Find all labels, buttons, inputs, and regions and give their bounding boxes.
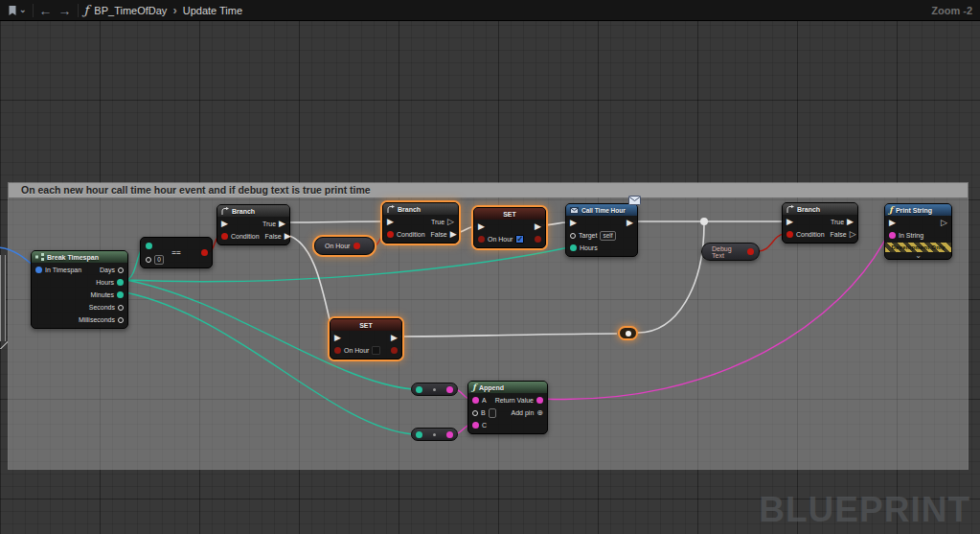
bool-checkbox-checked[interactable]: ✓ [515,235,524,244]
pin-debug-text-out[interactable] [747,248,754,255]
pin-label: Milliseconds [79,316,115,323]
exec-in-pin[interactable]: ▶ [478,223,485,230]
node-branch-3[interactable]: Branch ▶ True ▶ Condition False ▷ [782,202,858,244]
pin-out-hours[interactable] [117,279,124,286]
exec-out-pin[interactable]: ▶ [627,220,633,226]
node-call-time-hour[interactable]: Call Time Hour ▶ ▶ Target self Hours [565,203,638,257]
event-dispatcher-corner-icon [628,196,641,206]
check-icon: ✓ [517,236,524,244]
variable-label: Debug Text [712,245,743,259]
pin-convert-in[interactable] [416,386,422,393]
node-int-to-string-1[interactable] [411,383,458,396]
node-header: ƒ Print String [885,204,951,216]
node-append[interactable]: ƒ Append A Return Value B Add pin ⊕ C [467,381,548,434]
exec-in-pin[interactable]: ▶ [334,335,341,341]
pin-hours[interactable] [570,244,577,251]
exec-out-pin[interactable]: ▶ [535,223,541,230]
pin-b[interactable] [472,410,478,416]
comment-title[interactable]: On each new hour call time hour event an… [9,183,968,197]
node-title: Print String [896,207,932,214]
reroute-node-selected[interactable] [618,326,638,340]
pin-label: In String [899,232,923,239]
pin-b-default-input[interactable] [489,408,496,418]
node-title: Branch [398,206,421,213]
node-set-on-hour-false[interactable]: SET ▶ ▶ On Hour [330,318,402,360]
breadcrumb-current[interactable]: Update Time [183,5,242,16]
function-icon: ƒ [889,205,893,215]
forward-button[interactable]: → [58,4,72,17]
node-header: SET [330,319,401,331]
pin-condition[interactable] [387,231,394,238]
panel-splitter[interactable] [0,255,6,341]
pin-condition[interactable] [786,231,793,238]
pin-return-value[interactable] [536,397,543,404]
node-get-on-hour[interactable]: On Hour [314,237,375,255]
convert-dot-icon [433,388,436,391]
pin-set-out[interactable] [391,347,398,354]
back-arrow-icon: ← [39,4,53,17]
pin-in-string[interactable] [889,232,896,239]
exec-out-pin[interactable]: ▷ [941,220,947,226]
reroute-pin[interactable] [626,331,631,337]
pin-equals-b[interactable] [146,257,151,263]
pin-label: In Timespan [45,267,81,273]
node-break-timespan[interactable]: Break Timespan In Timespan Days Hours Mi… [31,250,128,329]
node-title: Break Timespan [47,254,99,261]
pin-equals-result[interactable] [201,249,208,256]
pin-in-timespan[interactable] [35,267,42,273]
node-branch-2[interactable]: Branch ▶ True ▷ Condition False ▶ [382,202,459,244]
pin-target[interactable] [570,233,576,239]
breadcrumb-root[interactable]: BP_TimeOfDay [94,5,167,16]
chevron-down-icon: ⌄ [19,6,27,14]
node-set-on-hour-true[interactable]: SET ▶ ▶ On Hour ✓ [473,207,546,248]
exec-true-pin[interactable]: ▶ [279,221,285,227]
bool-checkbox-unchecked[interactable] [372,346,380,355]
node-int-to-string-2[interactable] [411,428,458,441]
exec-in-pin[interactable]: ▶ [387,219,394,225]
pin-convert-in[interactable] [416,431,422,438]
pin-convert-out[interactable] [446,431,453,438]
pin-condition[interactable] [221,233,228,240]
node-title: SET [359,322,373,329]
pin-set-value[interactable] [478,236,485,243]
pin-set-out[interactable] [535,236,541,243]
function-icon: ƒ [84,3,89,17]
node-title: Append [479,384,504,391]
pin-out-milliseconds[interactable] [118,317,124,323]
exec-in-pin[interactable]: ▶ [570,220,577,226]
exec-true-pin[interactable]: ▶ [847,219,854,225]
exec-false-pin[interactable]: ▷ [850,231,856,238]
pin-c[interactable] [472,422,479,429]
pin-on-hour-out[interactable] [353,243,360,249]
node-get-debug-text[interactable]: Debug Text [701,243,760,261]
pin-out-seconds[interactable] [118,305,124,311]
pin-out-minutes[interactable] [117,291,124,298]
bookmark-button[interactable]: ⌄ [8,5,27,16]
back-button[interactable]: ← [39,4,53,17]
branch-icon [786,205,794,213]
exec-in-pin[interactable]: ▶ [889,220,896,226]
pin-convert-out[interactable] [446,386,453,393]
node-branch-1[interactable]: Branch ▶ True ▶ Condition False ▶ [217,204,290,245]
convert-dot-icon [433,433,436,436]
exec-in-pin[interactable]: ▶ [786,219,793,225]
exec-out-pin[interactable]: ▶ [391,335,398,341]
pin-label: False [831,231,847,238]
exec-false-pin[interactable]: ▶ [450,231,457,238]
node-print-string[interactable]: ƒ Print String ▶ ▷ In String Development… [884,203,952,260]
pin-set-value[interactable] [334,347,341,354]
exec-false-pin[interactable]: ▶ [285,233,291,240]
pin-a[interactable] [472,397,479,404]
node-header: Branch [783,203,857,215]
add-pin-label: Add pin [512,409,535,416]
exec-true-pin[interactable]: ▷ [447,219,454,225]
exec-in-pin[interactable]: ▶ [221,221,228,227]
node-equals[interactable]: 0 == [140,237,213,268]
function-icon: ƒ [472,383,476,392]
blueprint-graph-canvas[interactable]: ⌄ ← → ƒ BP_TimeOfDay › Update Time Zoom … [0,0,980,534]
node-title: Branch [232,208,255,215]
toolbar-divider [33,4,34,17]
pin-out-days[interactable] [118,267,124,273]
expand-node-chevron[interactable]: ⌄ [885,252,951,259]
add-pin-icon[interactable]: ⊕ [536,408,543,417]
